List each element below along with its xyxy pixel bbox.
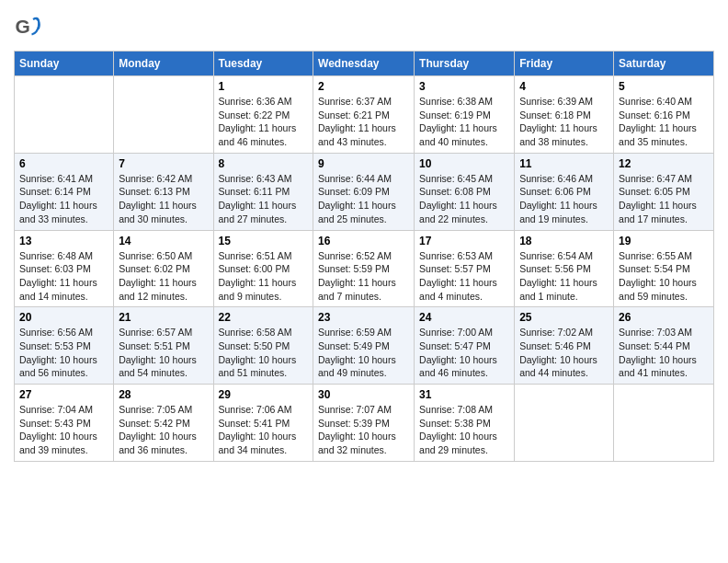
calendar-table: SundayMondayTuesdayWednesdayThursdayFrid… <box>14 51 714 462</box>
weekday-header: Thursday <box>415 52 515 76</box>
calendar-cell: 21Sunrise: 6:57 AMSunset: 5:51 PMDayligh… <box>114 307 213 385</box>
calendar-cell: 7Sunrise: 6:42 AMSunset: 6:13 PMDaylight… <box>114 153 213 230</box>
cell-info: Sunrise: 6:36 AMSunset: 6:22 PMDaylight:… <box>219 96 297 147</box>
calendar-cell <box>15 76 114 154</box>
cell-info: Sunrise: 6:44 AMSunset: 6:09 PMDaylight:… <box>318 173 396 224</box>
weekday-header-row: SundayMondayTuesdayWednesdayThursdayFrid… <box>15 52 714 76</box>
day-number: 22 <box>219 311 309 324</box>
calendar-cell: 5Sunrise: 6:40 AMSunset: 6:16 PMDaylight… <box>614 76 714 154</box>
calendar-cell: 26Sunrise: 7:03 AMSunset: 5:44 PMDayligh… <box>614 307 714 385</box>
day-number: 27 <box>19 388 108 401</box>
day-number: 17 <box>419 235 509 247</box>
day-number: 12 <box>619 157 709 170</box>
cell-info: Sunrise: 7:08 AMSunset: 5:38 PMDaylight:… <box>419 404 497 455</box>
cell-info: Sunrise: 6:37 AMSunset: 6:21 PMDaylight:… <box>318 96 396 147</box>
day-number: 7 <box>119 157 208 170</box>
calendar-cell: 17Sunrise: 6:53 AMSunset: 5:57 PMDayligh… <box>415 230 515 307</box>
page-header: G <box>14 14 714 41</box>
weekday-header: Friday <box>515 52 614 76</box>
calendar-cell: 27Sunrise: 7:04 AMSunset: 5:43 PMDayligh… <box>15 385 114 462</box>
cell-info: Sunrise: 7:00 AMSunset: 5:47 PMDaylight:… <box>419 327 497 378</box>
calendar-week-row: 6Sunrise: 6:41 AMSunset: 6:14 PMDaylight… <box>15 153 714 230</box>
day-number: 30 <box>318 388 409 401</box>
cell-info: Sunrise: 6:40 AMSunset: 6:16 PMDaylight:… <box>619 96 697 147</box>
cell-info: Sunrise: 6:52 AMSunset: 5:59 PMDaylight:… <box>318 250 396 302</box>
weekday-header: Tuesday <box>213 52 313 76</box>
cell-info: Sunrise: 7:05 AMSunset: 5:42 PMDaylight:… <box>119 404 197 455</box>
cell-info: Sunrise: 6:59 AMSunset: 5:49 PMDaylight:… <box>318 327 396 378</box>
calendar-cell: 29Sunrise: 7:06 AMSunset: 5:41 PMDayligh… <box>213 385 313 462</box>
calendar-cell: 8Sunrise: 6:43 AMSunset: 6:11 PMDaylight… <box>213 153 313 230</box>
cell-info: Sunrise: 6:57 AMSunset: 5:51 PMDaylight:… <box>119 327 197 378</box>
cell-info: Sunrise: 6:54 AMSunset: 5:56 PMDaylight:… <box>519 250 597 302</box>
calendar-cell: 2Sunrise: 6:37 AMSunset: 6:21 PMDaylight… <box>313 76 415 154</box>
day-number: 16 <box>318 235 409 247</box>
day-number: 19 <box>619 235 709 247</box>
calendar-cell: 31Sunrise: 7:08 AMSunset: 5:38 PMDayligh… <box>415 385 515 462</box>
day-number: 1 <box>219 80 309 93</box>
day-number: 29 <box>219 388 309 401</box>
day-number: 2 <box>318 80 409 93</box>
day-number: 5 <box>619 80 709 93</box>
calendar-cell: 30Sunrise: 7:07 AMSunset: 5:39 PMDayligh… <box>313 385 415 462</box>
day-number: 9 <box>318 157 409 170</box>
day-number: 24 <box>419 311 509 324</box>
calendar-week-row: 1Sunrise: 6:36 AMSunset: 6:22 PMDaylight… <box>15 76 714 154</box>
calendar-cell: 6Sunrise: 6:41 AMSunset: 6:14 PMDaylight… <box>15 153 114 230</box>
calendar-cell: 25Sunrise: 7:02 AMSunset: 5:46 PMDayligh… <box>515 307 614 385</box>
cell-info: Sunrise: 6:39 AMSunset: 6:18 PMDaylight:… <box>519 96 597 147</box>
calendar-cell: 18Sunrise: 6:54 AMSunset: 5:56 PMDayligh… <box>515 230 614 307</box>
cell-info: Sunrise: 6:58 AMSunset: 5:50 PMDaylight:… <box>219 327 297 378</box>
calendar-cell: 9Sunrise: 6:44 AMSunset: 6:09 PMDaylight… <box>313 153 415 230</box>
calendar-cell: 22Sunrise: 6:58 AMSunset: 5:50 PMDayligh… <box>213 307 313 385</box>
cell-info: Sunrise: 6:46 AMSunset: 6:06 PMDaylight:… <box>519 173 597 224</box>
calendar-cell: 1Sunrise: 6:36 AMSunset: 6:22 PMDaylight… <box>213 76 313 154</box>
logo: G <box>14 14 43 41</box>
day-number: 25 <box>519 311 609 324</box>
calendar-cell: 20Sunrise: 6:56 AMSunset: 5:53 PMDayligh… <box>15 307 114 385</box>
calendar-cell <box>614 385 714 462</box>
calendar-cell: 19Sunrise: 6:55 AMSunset: 5:54 PMDayligh… <box>614 230 714 307</box>
weekday-header: Saturday <box>614 52 714 76</box>
svg-text:G: G <box>16 16 30 37</box>
calendar-cell: 28Sunrise: 7:05 AMSunset: 5:42 PMDayligh… <box>114 385 213 462</box>
day-number: 26 <box>619 311 709 324</box>
calendar-cell: 10Sunrise: 6:45 AMSunset: 6:08 PMDayligh… <box>415 153 515 230</box>
calendar-cell: 11Sunrise: 6:46 AMSunset: 6:06 PMDayligh… <box>515 153 614 230</box>
calendar-cell: 15Sunrise: 6:51 AMSunset: 6:00 PMDayligh… <box>213 230 313 307</box>
cell-info: Sunrise: 7:02 AMSunset: 5:46 PMDaylight:… <box>519 327 597 378</box>
logo-icon: G <box>14 14 41 41</box>
day-number: 8 <box>219 157 309 170</box>
day-number: 11 <box>519 157 609 170</box>
cell-info: Sunrise: 6:51 AMSunset: 6:00 PMDaylight:… <box>219 250 297 302</box>
cell-info: Sunrise: 6:53 AMSunset: 5:57 PMDaylight:… <box>419 250 497 302</box>
weekday-header: Monday <box>114 52 213 76</box>
calendar-cell <box>114 76 213 154</box>
day-number: 23 <box>318 311 409 324</box>
calendar-week-row: 27Sunrise: 7:04 AMSunset: 5:43 PMDayligh… <box>15 385 714 462</box>
day-number: 4 <box>519 80 609 93</box>
cell-info: Sunrise: 7:03 AMSunset: 5:44 PMDaylight:… <box>619 327 697 378</box>
calendar-cell: 12Sunrise: 6:47 AMSunset: 6:05 PMDayligh… <box>614 153 714 230</box>
day-number: 10 <box>419 157 509 170</box>
calendar-cell: 24Sunrise: 7:00 AMSunset: 5:47 PMDayligh… <box>415 307 515 385</box>
day-number: 14 <box>119 235 208 247</box>
calendar-week-row: 13Sunrise: 6:48 AMSunset: 6:03 PMDayligh… <box>15 230 714 307</box>
cell-info: Sunrise: 7:07 AMSunset: 5:39 PMDaylight:… <box>318 404 396 455</box>
cell-info: Sunrise: 6:41 AMSunset: 6:14 PMDaylight:… <box>19 173 97 224</box>
day-number: 15 <box>219 235 309 247</box>
cell-info: Sunrise: 6:55 AMSunset: 5:54 PMDaylight:… <box>619 250 697 302</box>
cell-info: Sunrise: 6:45 AMSunset: 6:08 PMDaylight:… <box>419 173 497 224</box>
day-number: 20 <box>19 311 108 324</box>
day-number: 31 <box>419 388 509 401</box>
cell-info: Sunrise: 7:04 AMSunset: 5:43 PMDaylight:… <box>19 404 97 455</box>
day-number: 18 <box>519 235 609 247</box>
calendar-cell <box>515 385 614 462</box>
cell-info: Sunrise: 6:56 AMSunset: 5:53 PMDaylight:… <box>19 327 97 378</box>
day-number: 3 <box>419 80 509 93</box>
cell-info: Sunrise: 6:47 AMSunset: 6:05 PMDaylight:… <box>619 173 697 224</box>
weekday-header: Sunday <box>15 52 114 76</box>
day-number: 28 <box>119 388 208 401</box>
cell-info: Sunrise: 6:48 AMSunset: 6:03 PMDaylight:… <box>19 250 97 302</box>
calendar-cell: 14Sunrise: 6:50 AMSunset: 6:02 PMDayligh… <box>114 230 213 307</box>
